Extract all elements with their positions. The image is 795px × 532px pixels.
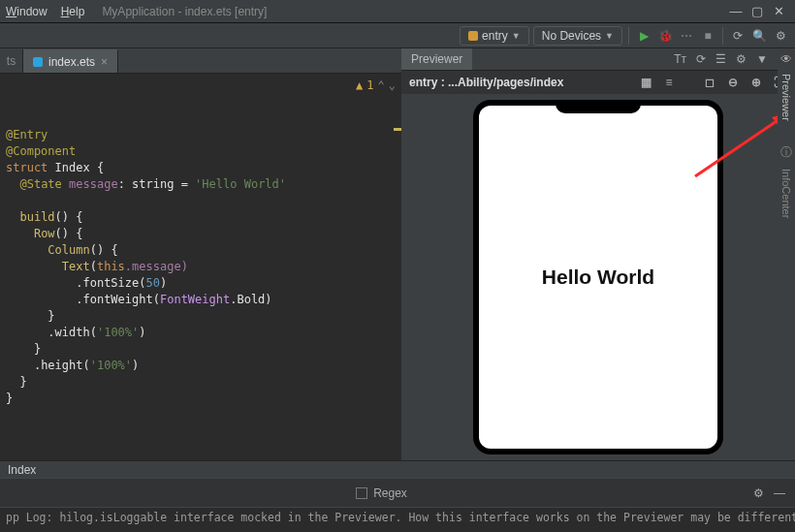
- log-line: pp Log: hilog.isLoggable interface mocke…: [6, 511, 795, 524]
- code-token: this: [97, 260, 125, 273]
- main-area: ts index.ets × ▲ 1 ⌃ ⌄ @Entry @Component…: [0, 48, 795, 460]
- chevron-down-icon: ⌄: [389, 78, 396, 94]
- refresh-icon[interactable]: ⟳: [696, 52, 706, 66]
- code-token: @State: [19, 177, 61, 191]
- menu-help[interactable]: HHelpelp: [61, 5, 85, 18]
- window-close-button[interactable]: ✕: [768, 4, 789, 18]
- tree-icon[interactable]: ☰: [716, 52, 726, 66]
- code-token: .fontWeight(: [76, 293, 160, 306]
- list-view-icon[interactable]: ≡: [661, 76, 677, 89]
- find-bar: Regex ⚙ —: [0, 478, 795, 507]
- code-token: .height(: [34, 359, 90, 372]
- editor-pane: ts index.ets × ▲ 1 ⌃ ⌄ @Entry @Component…: [0, 48, 401, 460]
- gear-icon[interactable]: ⚙: [736, 52, 747, 66]
- zoom-out-icon[interactable]: ⊖: [725, 76, 741, 89]
- previewer-pane: Previewer Tт ⟳ ☰ ⚙ ▼ — entry : ...Abilit…: [401, 48, 795, 460]
- code-token: .fontSize(: [76, 276, 145, 290]
- device-screen: Hello World: [479, 106, 717, 449]
- code-token: .Bold): [230, 293, 271, 306]
- code-token: 'Hello World': [195, 177, 286, 191]
- code-token: () {: [55, 210, 83, 224]
- code-token: struct: [6, 161, 48, 174]
- code-token: }: [34, 342, 41, 356]
- top-toolbar: entry ▼ No Devices ▼ ▶ 🐞 ⋯ ■ ⟳ 🔍 ⚙: [0, 23, 795, 48]
- previewer-tab-bar: Previewer Tт ⟳ ☰ ⚙ ▼ —: [401, 48, 795, 71]
- warning-count: 1: [366, 78, 373, 94]
- title-bar: WWindowindow HHelpelp MyApplication - in…: [0, 0, 795, 23]
- window-minimize-button[interactable]: —: [725, 4, 747, 18]
- rail-infocenter[interactable]: InfoCenter: [780, 165, 792, 222]
- code-token: Text: [62, 260, 90, 273]
- zoom-in-icon[interactable]: ⊕: [748, 76, 764, 89]
- code-token: Column: [48, 243, 89, 257]
- code-token: }: [19, 375, 26, 389]
- debug-button[interactable]: 🐞: [656, 27, 674, 45]
- code-token: 50: [146, 276, 160, 290]
- code-token: ): [160, 276, 167, 290]
- breadcrumb-bar[interactable]: Index: [0, 460, 795, 478]
- right-tool-rail: 👁 Previewer ⓘ InfoCenter: [778, 48, 795, 436]
- previewer-tab[interactable]: Previewer: [401, 48, 472, 70]
- code-token: FontWeight: [160, 293, 230, 306]
- settings-button[interactable]: ⚙: [772, 27, 789, 45]
- grid-view-icon[interactable]: ▦: [638, 76, 653, 89]
- module-selector[interactable]: entry ▼: [460, 26, 529, 46]
- warning-icon: ▲: [356, 78, 363, 94]
- menu-bar: WWindowindow HHelpelp: [6, 5, 84, 18]
- code-editor[interactable]: ▲ 1 ⌃ ⌄ @Entry @Component struct Index {…: [0, 74, 401, 460]
- tab-label: index.ets: [48, 55, 95, 69]
- chevron-down-icon: ▼: [605, 31, 614, 41]
- search-button[interactable]: 🔍: [750, 27, 768, 45]
- menu-window[interactable]: WWindowindow: [6, 5, 48, 18]
- info-icon[interactable]: ⓘ: [780, 144, 792, 161]
- stop-button[interactable]: ■: [699, 27, 716, 45]
- code-token: () {: [55, 227, 83, 240]
- chevron-down-icon: ▼: [512, 31, 521, 41]
- module-selector-label: entry: [482, 29, 508, 43]
- rail-previewer[interactable]: Previewer: [780, 70, 792, 125]
- inspection-widget[interactable]: ▲ 1 ⌃ ⌄: [356, 78, 396, 94]
- chevron-icon: ⌃: [378, 78, 385, 94]
- app-title: MyApplication - index.ets [entry]: [102, 5, 267, 18]
- close-tab-icon[interactable]: ×: [101, 55, 108, 69]
- regex-label: Regex: [373, 486, 407, 500]
- more-run-button[interactable]: ⋯: [678, 27, 695, 45]
- run-button[interactable]: ▶: [635, 27, 652, 45]
- code-token: Index {: [55, 161, 105, 174]
- regex-checkbox[interactable]: [356, 487, 367, 499]
- code-line: @Entry: [6, 128, 48, 141]
- code-token: : string =: [118, 177, 195, 191]
- editor-tab-index[interactable]: index.ets ×: [23, 49, 118, 73]
- breadcrumb-label: Index: [8, 463, 36, 477]
- scrollbar-marker: [394, 128, 401, 131]
- eye-icon[interactable]: 👁: [780, 52, 792, 66]
- sync-button[interactable]: ⟳: [729, 27, 747, 45]
- crop-icon[interactable]: ◻: [702, 76, 717, 89]
- device-frame: Hello World: [473, 100, 723, 454]
- tab-prefix: ts: [0, 49, 23, 73]
- chevron-down-icon: ▼: [756, 52, 768, 66]
- preview-text: Hello World: [542, 266, 654, 289]
- divider: [722, 27, 723, 45]
- device-notch: [556, 100, 641, 113]
- previewer-toolbar: Tт ⟳ ☰ ⚙ ▼ —: [668, 48, 795, 70]
- log-panel[interactable]: pp Log: hilog.isLoggable interface mocke…: [0, 507, 795, 532]
- window-maximize-button[interactable]: ▢: [747, 4, 768, 18]
- code-token: message: [69, 177, 118, 191]
- text-size-icon[interactable]: Tт: [674, 52, 686, 66]
- device-selector-label: No Devices: [542, 29, 601, 43]
- ets-file-icon: [33, 57, 43, 67]
- gear-icon[interactable]: ⚙: [753, 486, 764, 500]
- code-token: ): [139, 326, 145, 339]
- code-token: .width(: [48, 326, 97, 339]
- device-canvas[interactable]: Hello World: [401, 94, 795, 460]
- code-token: '100%': [97, 326, 139, 339]
- code-token: () {: [90, 243, 118, 257]
- module-icon: [468, 31, 478, 41]
- device-selector[interactable]: No Devices ▼: [533, 26, 622, 46]
- minimize-icon[interactable]: —: [774, 486, 785, 500]
- code-token: build: [19, 210, 54, 224]
- code-token: (: [90, 260, 97, 273]
- code-token: }: [6, 391, 13, 405]
- editor-tabs: ts index.ets ×: [0, 48, 401, 74]
